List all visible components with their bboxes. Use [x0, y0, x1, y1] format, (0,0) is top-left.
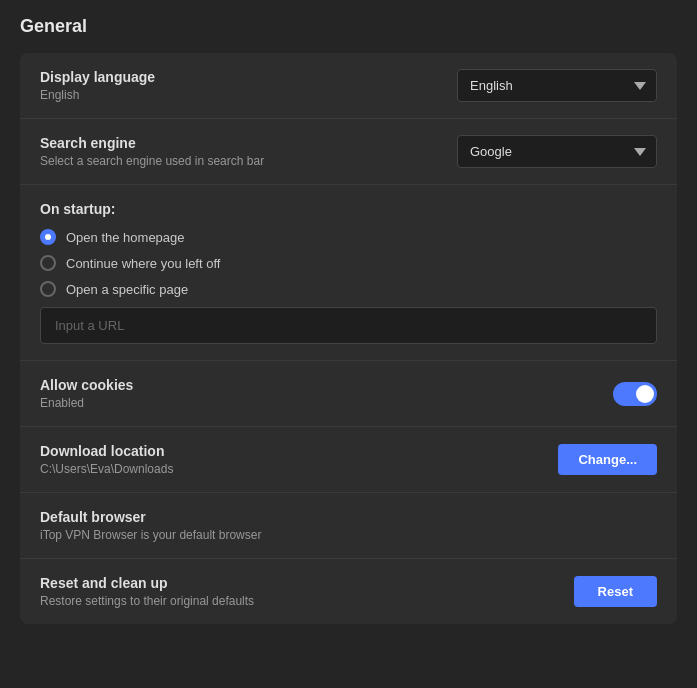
radio-specific-input[interactable]	[40, 281, 56, 297]
download-location-path: C:\Users\Eva\Downloads	[40, 462, 173, 476]
radio-specific[interactable]: Open a specific page	[40, 281, 657, 297]
reset-labels: Reset and clean up Restore settings to t…	[40, 575, 254, 608]
default-browser-row: Default browser iTop VPN Browser is your…	[20, 493, 677, 559]
reset-row: Reset and clean up Restore settings to t…	[20, 559, 677, 624]
on-startup-radio-group: Open the homepage Continue where you lef…	[40, 229, 657, 297]
reset-label: Reset and clean up	[40, 575, 254, 591]
allow-cookies-label: Allow cookies	[40, 377, 133, 393]
default-browser-label: Default browser	[40, 509, 261, 525]
search-engine-dropdown[interactable]: Google Bing DuckDuckGo Yahoo	[457, 135, 657, 168]
allow-cookies-status: Enabled	[40, 396, 133, 410]
allow-cookies-toggle[interactable]	[613, 382, 657, 406]
change-button[interactable]: Change...	[558, 444, 657, 475]
download-location-label: Download location	[40, 443, 173, 459]
search-engine-label: Search engine	[40, 135, 264, 151]
radio-homepage-label: Open the homepage	[66, 230, 185, 245]
radio-specific-label: Open a specific page	[66, 282, 188, 297]
radio-continue-input[interactable]	[40, 255, 56, 271]
radio-homepage-input[interactable]	[40, 229, 56, 245]
display-language-label: Display language	[40, 69, 155, 85]
on-startup-label: On startup:	[40, 201, 657, 217]
display-language-row: Display language English English French …	[20, 53, 677, 119]
download-location-labels: Download location C:\Users\Eva\Downloads	[40, 443, 173, 476]
download-location-row: Download location C:\Users\Eva\Downloads…	[20, 427, 677, 493]
search-engine-sublabel: Select a search engine used in search ba…	[40, 154, 264, 168]
default-browser-sublabel: iTop VPN Browser is your default browser	[40, 528, 261, 542]
settings-card: Display language English English French …	[20, 53, 677, 624]
search-engine-row: Search engine Select a search engine use…	[20, 119, 677, 185]
url-input[interactable]	[40, 307, 657, 344]
on-startup-section: On startup: Open the homepage Continue w…	[20, 185, 677, 361]
page-title: General	[20, 16, 677, 37]
radio-homepage[interactable]: Open the homepage	[40, 229, 657, 245]
radio-continue[interactable]: Continue where you left off	[40, 255, 657, 271]
settings-page: General Display language English English…	[0, 0, 697, 688]
allow-cookies-labels: Allow cookies Enabled	[40, 377, 133, 410]
default-browser-labels: Default browser iTop VPN Browser is your…	[40, 509, 261, 542]
reset-button[interactable]: Reset	[574, 576, 657, 607]
toggle-slider	[613, 382, 657, 406]
radio-continue-label: Continue where you left off	[66, 256, 220, 271]
reset-sublabel: Restore settings to their original defau…	[40, 594, 254, 608]
search-engine-labels: Search engine Select a search engine use…	[40, 135, 264, 168]
display-language-dropdown[interactable]: English French German Spanish Chinese	[457, 69, 657, 102]
display-language-labels: Display language English	[40, 69, 155, 102]
allow-cookies-row: Allow cookies Enabled	[20, 361, 677, 427]
display-language-current: English	[40, 88, 155, 102]
